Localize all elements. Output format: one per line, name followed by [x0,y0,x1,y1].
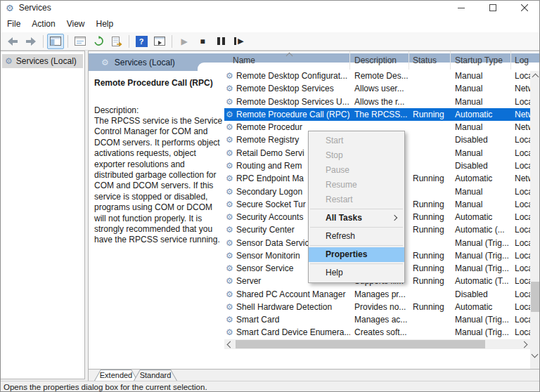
title-bar: ⚙ Services [0,0,540,15]
cell-startup-type: Manual [451,71,511,81]
cell-name: ⚙Smart Card Device Enumera... [224,327,350,337]
vertical-scrollbar[interactable] [530,71,540,359]
menu-item-start: Start [309,133,404,148]
cell-log-on-as: Netw [511,174,530,183]
column-header-log-on-as[interactable]: Log [511,51,530,70]
service-gear-icon: ⚙ [226,303,233,311]
menu-item-help[interactable]: Help [309,266,404,280]
cell-startup-type: Manual (Trig... [451,251,511,261]
service-row[interactable]: ⚙Remote Desktop Configurat...Remote Des.… [224,70,530,82]
cell-log-on-as: Loca [511,276,530,286]
cell-status: Running [409,212,451,222]
service-gear-icon: ⚙ [226,174,233,183]
menu-item-all-tasks[interactable]: All Tasks [309,211,404,226]
cell-startup-type: Automatic [451,302,511,312]
toolbar: ? ▶ ■ ▶ [0,32,540,51]
start-service-icon: ▶ [181,37,187,46]
toolbar-separator [68,35,68,48]
back-icon [7,37,18,46]
cell-status: Running [409,200,451,209]
start-service-button[interactable]: ▶ [176,34,193,49]
context-menu: StartStopPauseResumeRestartAll TasksRefr… [308,131,405,283]
service-gear-icon: ⚙ [226,251,233,260]
toolbar-separator [129,35,129,48]
vertical-scroll-thumb[interactable] [531,282,539,312]
menu-view[interactable]: View [61,17,91,31]
service-row[interactable]: ⚙Remote Desktop Services U...Allows the … [224,96,530,108]
show-console-tree-icon [50,37,61,46]
export-list-button[interactable] [108,34,125,49]
forward-button[interactable] [22,34,39,49]
menu-help[interactable]: Help [91,17,120,31]
properties-window-button[interactable] [72,34,89,49]
minimize-button[interactable] [445,0,477,15]
maximize-button[interactable] [477,0,508,15]
back-button[interactable] [4,34,21,49]
services-gear-icon: ⚙ [6,4,14,13]
menu-item-refresh[interactable]: Refresh [309,229,404,244]
service-row[interactable]: ⚙Smart Card Device Enumera...Creates sof… [224,326,530,339]
menu-item-stop: Stop [309,148,404,163]
stop-service-button[interactable]: ■ [194,34,211,49]
horizontal-scrollbar[interactable] [224,339,530,349]
service-row[interactable]: ⚙Smart CardManages ac...Manual (Trig...L… [224,313,530,326]
menu-separator [310,209,403,209]
cell-name: ⚙Remote Desktop Services U... [224,97,350,107]
scrollbar-corner [530,359,540,369]
status-text: Opens the properties dialog box for the … [4,383,207,391]
horizontal-scroll-thumb[interactable] [236,340,485,348]
tree-item-services-local[interactable]: ⚙ Services (Local) [2,54,83,68]
menu-action[interactable]: Action [26,17,60,31]
services-gear-icon: ⚙ [5,57,13,65]
cell-description: Allows user... [350,84,409,93]
help-button[interactable]: ? [133,34,150,49]
cell-startup-type: Manual [451,187,511,197]
menu-separator [310,245,403,246]
restart-service-icon: ▶ [234,37,243,46]
description-text: The RPCSS service is the Service Control… [94,116,224,246]
menu-item-properties[interactable]: Properties [309,247,404,262]
service-row[interactable]: ⚙Remote Procedure Call (RPC)The RPCSS...… [224,108,530,121]
tab-standard[interactable]: Standard [134,370,177,381]
service-row[interactable]: ⚙Remote Desktop ServicesAllows user...Ma… [224,82,530,95]
cell-startup-type: Manual (Trig... [451,327,511,337]
service-gear-icon: ⚙ [226,98,233,106]
console-tree-pane: ⚙ Services (Local) [0,51,85,379]
cell-status: Running [409,263,451,273]
cell-status: Running [409,174,451,183]
cell-log-on-as: Loca [511,251,530,261]
service-row[interactable]: ⚙Shell Hardware DetectionProvides no...R… [224,301,530,313]
services-gear-icon: ⚙ [101,58,109,67]
selected-service-title: Remote Procedure Call (RPC) [94,78,224,88]
stop-service-icon: ■ [200,37,205,46]
cell-startup-type: Automatic [451,174,511,183]
show-action-pane-button[interactable] [151,34,168,49]
column-header-startup-type[interactable]: Startup Type [451,51,511,70]
scroll-left-icon[interactable] [227,341,234,348]
menu-file[interactable]: File [1,17,26,31]
pause-service-button[interactable] [212,34,229,49]
service-gear-icon: ⚙ [226,188,233,196]
column-header-description[interactable]: Description [350,51,409,70]
cell-log-on-as: Loca [511,263,530,273]
minimize-icon [458,4,465,11]
service-gear-icon: ⚙ [226,328,233,337]
restart-service-button[interactable]: ▶ [231,34,248,49]
show-console-tree-button[interactable] [47,34,64,49]
column-header-status[interactable]: Status [409,51,451,70]
cell-name: ⚙Remote Procedure Call (RPC) [224,110,350,119]
cell-log-on-as: Loca [511,148,530,158]
service-row[interactable]: ⚙Shared PC Account ManagerManages pr...D… [224,288,530,301]
menu-item-restart: Restart [309,192,404,207]
cell-log-on-as: Netw [511,84,530,93]
scroll-right-icon[interactable] [521,341,528,348]
close-button[interactable] [508,0,540,15]
help-icon: ? [136,36,148,47]
scroll-down-icon[interactable] [532,351,539,358]
window-controls [445,0,540,15]
tab-extended[interactable]: Extended [94,370,138,381]
scroll-up-icon[interactable] [532,74,539,81]
refresh-button[interactable] [90,34,107,49]
cell-startup-type: Manual [451,97,511,107]
cell-description: Allows the r... [350,97,409,107]
